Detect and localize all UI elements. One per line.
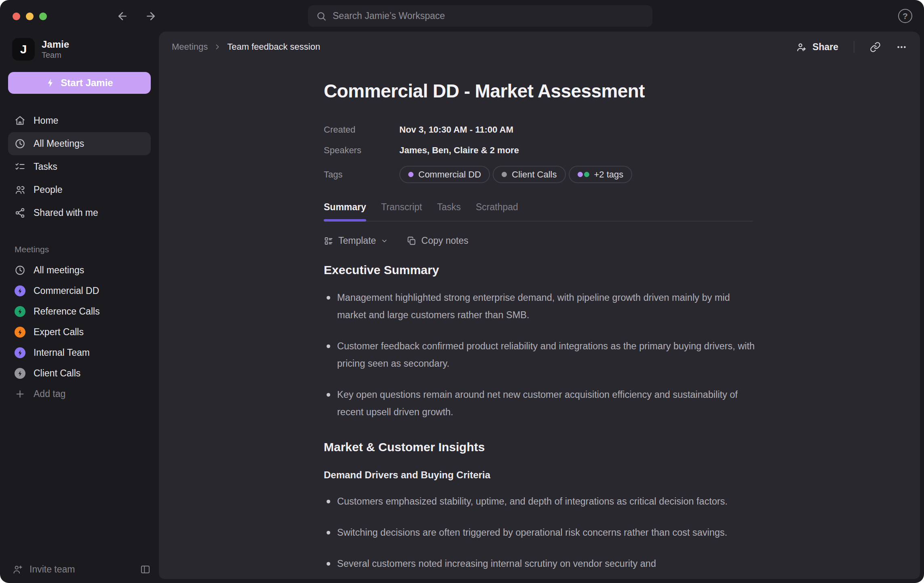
sidebar-item-shared-with-me[interactable]: Shared with me <box>8 201 151 224</box>
sidebar-footer: Invite team <box>8 564 151 575</box>
page-title: Commercial DD - Market Assessment <box>324 80 753 102</box>
panel-header: Meetings Team feedback session Share <box>159 32 920 62</box>
workspace-logo: J <box>12 38 35 61</box>
copy-notes-button[interactable]: Copy notes <box>407 235 468 246</box>
bolt-icon <box>15 327 25 338</box>
home-icon <box>15 115 25 126</box>
bullet-list: Customers emphasized stability, uptime, … <box>324 493 758 572</box>
main-panel: Meetings Team feedback session Share <box>159 32 920 579</box>
speakers-value: James, Ben, Claire & 2 more <box>399 145 753 156</box>
help-button[interactable]: ? <box>898 9 912 23</box>
created-label: Created <box>324 125 399 135</box>
bullet-item: Customer feedback confirmed product reli… <box>324 338 758 372</box>
active-tab-underline <box>324 219 366 222</box>
search-placeholder: Search Jamie’s Workspace <box>333 11 445 21</box>
tag-pill-commercial-dd[interactable]: Commercial DD <box>399 166 490 183</box>
close-window-button[interactable] <box>13 13 20 20</box>
more-options-icon[interactable] <box>896 42 907 53</box>
notes-toolbar: Template Copy notes <box>324 235 753 246</box>
bolt-icon <box>15 285 25 296</box>
minimize-window-button[interactable] <box>26 13 34 20</box>
meetings-section-header: Meetings <box>8 245 151 254</box>
app-window: Search Jamie’s Workspace ? J Jamie Team … <box>0 0 924 583</box>
help-icon: ? <box>903 11 908 21</box>
created-value: Nov 3, 10:30 AM - 11:00 AM <box>399 125 753 135</box>
section-heading: Market & Customer Insights <box>324 440 753 454</box>
search-icon <box>316 11 327 21</box>
meeting-meta: Created Nov 3, 10:30 AM - 11:00 AM Speak… <box>324 125 753 183</box>
workspace-type: Team <box>42 51 69 60</box>
template-dropdown[interactable]: Template <box>324 235 388 246</box>
collapse-sidebar-icon[interactable] <box>140 564 151 575</box>
divider <box>854 41 854 53</box>
sidebar-tag-client-calls[interactable]: Client Calls <box>8 363 151 384</box>
breadcrumb: Meetings Team feedback session <box>172 42 320 52</box>
start-jamie-button[interactable]: Start Jamie <box>8 72 151 94</box>
meetings-tag-list: All meetings Commercial DD Reference Cal… <box>8 260 151 404</box>
sidebar-item-all-meetings-tag[interactable]: All meetings <box>8 260 151 281</box>
workspace-switcher[interactable]: J Jamie Team <box>8 36 151 63</box>
window-titlebar: Search Jamie’s Workspace ? <box>0 0 924 32</box>
sidebar-tag-commercial-dd[interactable]: Commercial DD <box>8 281 151 301</box>
plus-icon <box>15 389 25 399</box>
workspace-search-input[interactable]: Search Jamie’s Workspace <box>308 5 652 27</box>
share-button[interactable]: Share <box>796 42 838 53</box>
section-subheading: Demand Drivers and Buying Criteria <box>324 469 753 481</box>
bullet-list: Management highlighted strong enterprise… <box>324 289 758 421</box>
bolt-icon <box>15 306 25 317</box>
person-plus-icon <box>12 564 23 575</box>
sidebar-tag-expert-calls[interactable]: Expert Calls <box>8 322 151 342</box>
chevron-right-icon <box>213 43 222 51</box>
sidebar-item-people[interactable]: People <box>8 178 151 201</box>
executive-summary-section: Executive Summary Management highlighted… <box>324 263 753 421</box>
copy-icon <box>407 236 416 246</box>
sidebar: J Jamie Team Start Jamie Home All Meetin <box>0 32 159 583</box>
bolt-icon <box>15 368 25 379</box>
person-plus-icon <box>796 42 807 53</box>
back-arrow-icon[interactable] <box>116 10 129 22</box>
tag-dot <box>502 172 507 177</box>
add-tag-button[interactable]: Add tag <box>8 384 151 404</box>
breadcrumb-current-page: Team feedback session <box>227 42 320 52</box>
tab-scrathpad[interactable]: Scrathpad <box>476 202 518 221</box>
tag-pills: Commercial DD Client Calls +2 tags <box>399 166 753 183</box>
tag-dot <box>408 172 413 177</box>
traffic-lights <box>13 13 47 20</box>
bullet-item: Several customers noted increasing inter… <box>324 555 758 572</box>
tag-dot <box>578 172 583 177</box>
people-icon <box>15 184 25 195</box>
bullet-item: Switching decisions are often triggered … <box>324 524 758 541</box>
invite-team-button[interactable]: Invite team <box>8 564 75 575</box>
bullet-item: Key open questions remain around net new… <box>324 386 758 421</box>
zoom-window-button[interactable] <box>39 13 47 20</box>
tab-transcript[interactable]: Transcript <box>381 202 422 221</box>
sidebar-tag-reference-calls[interactable]: Reference Calls <box>8 301 151 322</box>
sidebar-nav: Home All Meetings Tasks People <box>8 109 151 224</box>
speakers-label: Speakers <box>324 145 399 156</box>
bullet-item: Customers emphasized stability, uptime, … <box>324 493 758 510</box>
sidebar-tag-internal-team[interactable]: Internal Team <box>8 342 151 363</box>
summary-tabs: Summary Transcript Tasks Scrathpad <box>324 202 753 222</box>
template-icon <box>324 236 333 246</box>
market-insights-section: Market & Customer Insights Demand Driver… <box>324 440 753 572</box>
share-network-icon <box>15 207 25 218</box>
tab-tasks[interactable]: Tasks <box>437 202 461 221</box>
tag-dot <box>584 172 589 177</box>
forward-arrow-icon[interactable] <box>145 10 157 22</box>
sidebar-item-home[interactable]: Home <box>8 109 151 132</box>
breadcrumb-meetings-link[interactable]: Meetings <box>172 42 208 52</box>
bullet-item: Management highlighted strong enterprise… <box>324 289 758 324</box>
workspace-name: Jamie <box>42 39 69 51</box>
bolt-icon <box>15 347 25 358</box>
chevron-down-icon <box>381 237 388 245</box>
tag-pill-more-tags[interactable]: +2 tags <box>569 166 633 183</box>
meeting-document: Commercial DD - Market Assessment Create… <box>159 62 753 572</box>
sidebar-item-tasks[interactable]: Tasks <box>8 155 151 178</box>
bolt-icon <box>46 78 55 88</box>
copy-link-icon[interactable] <box>870 42 881 53</box>
section-heading: Executive Summary <box>324 263 753 277</box>
clock-icon <box>15 138 25 149</box>
tab-summary[interactable]: Summary <box>324 202 366 221</box>
sidebar-item-all-meetings[interactable]: All Meetings <box>8 132 151 155</box>
tag-pill-client-calls[interactable]: Client Calls <box>493 166 565 183</box>
